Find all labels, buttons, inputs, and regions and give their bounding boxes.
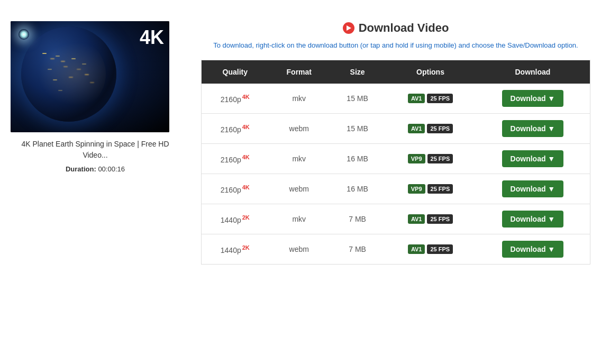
options-cell: VP925 FPS — [385, 174, 476, 204]
size-cell: 15 MB — [330, 84, 385, 114]
video-duration: Duration: 00:00:16 — [11, 165, 180, 173]
download-cell: Download ▼ — [476, 174, 590, 204]
options-cell: AV125 FPS — [385, 84, 476, 114]
quality-cell: 2160p4K — [202, 114, 269, 144]
table-row: 1440p2Kmkv7 MBAV125 FPSDownload ▼ — [202, 204, 590, 234]
options-cell: AV125 FPS — [385, 204, 476, 234]
duration-value: 00:00:16 — [98, 165, 125, 173]
quality-badge: 4K — [242, 94, 250, 100]
section-title-text: Download Video — [359, 21, 449, 35]
download-cell: Download ▼ — [476, 234, 590, 265]
download-button[interactable]: Download ▼ — [502, 90, 564, 107]
fps-badge: 25 FPS — [427, 214, 453, 224]
format-cell: mkv — [269, 204, 330, 234]
table-row: 2160p4Kmkv15 MBAV125 FPSDownload ▼ — [202, 84, 590, 114]
fps-badge: 25 FPS — [427, 184, 453, 194]
quality-value: 2160p — [221, 95, 241, 103]
video-title: 4K Planet Earth Spinning in Space | Free… — [11, 139, 180, 161]
right-panel: Download Video To download, right-click … — [201, 21, 590, 265]
download-cell: Download ▼ — [476, 204, 590, 234]
codec-badge: AV1 — [408, 244, 425, 254]
format-cell: webm — [269, 114, 330, 144]
instruction-text: To download, right-click on the download… — [201, 41, 590, 49]
size-cell: 7 MB — [330, 234, 385, 265]
play-icon — [343, 22, 354, 34]
codec-badge: VP9 — [408, 184, 425, 194]
size-cell: 15 MB — [330, 114, 385, 144]
col-download: Download — [476, 60, 590, 84]
quality-cell: 2160p4K — [202, 84, 269, 114]
codec-badge: AV1 — [408, 124, 425, 133]
download-table: Quality Format Size Options Download 216… — [201, 60, 590, 265]
left-panel: 4K 4K Planet Earth Spinning in Space | F… — [11, 21, 180, 265]
format-cell: mkv — [269, 144, 330, 174]
4k-badge: 4K — [140, 26, 164, 49]
table-header: Quality Format Size Options Download — [202, 60, 590, 84]
options-cell: AV125 FPS — [385, 114, 476, 144]
download-cell: Download ▼ — [476, 114, 590, 144]
quality-value: 1440p — [221, 245, 241, 254]
format-cell: mkv — [269, 84, 330, 114]
quality-value: 2160p — [221, 185, 241, 194]
size-cell: 16 MB — [330, 174, 385, 204]
download-button[interactable]: Download ▼ — [502, 150, 564, 167]
fps-badge: 25 FPS — [427, 154, 453, 163]
codec-badge: AV1 — [408, 214, 425, 224]
format-cell: webm — [269, 174, 330, 204]
video-thumbnail: 4K — [11, 21, 169, 132]
fps-badge: 25 FPS — [427, 94, 453, 103]
download-cell: Download ▼ — [476, 84, 590, 114]
size-cell: 16 MB — [330, 144, 385, 174]
table-row: 1440p2Kwebm7 MBAV125 FPSDownload ▼ — [202, 234, 590, 265]
quality-badge: 4K — [242, 154, 250, 160]
quality-cell: 1440p2K — [202, 204, 269, 234]
size-cell: 7 MB — [330, 204, 385, 234]
fps-badge: 25 FPS — [427, 244, 453, 254]
col-quality: Quality — [202, 60, 269, 84]
quality-value: 2160p — [221, 125, 241, 133]
quality-cell: 1440p2K — [202, 234, 269, 265]
quality-badge: 2K — [242, 244, 250, 251]
col-size: Size — [330, 60, 385, 84]
quality-cell: 2160p4K — [202, 174, 269, 204]
col-options: Options — [385, 60, 476, 84]
download-button[interactable]: Download ▼ — [502, 241, 564, 258]
quality-badge: 2K — [242, 214, 250, 221]
table-body: 2160p4Kmkv15 MBAV125 FPSDownload ▼2160p4… — [202, 84, 590, 265]
options-cell: AV125 FPS — [385, 234, 476, 265]
quality-value: 1440p — [221, 215, 241, 224]
fps-badge: 25 FPS — [427, 124, 453, 133]
quality-badge: 4K — [242, 124, 250, 130]
col-format: Format — [269, 60, 330, 84]
quality-badge: 4K — [242, 184, 250, 190]
table-row: 2160p4Kwebm15 MBAV125 FPSDownload ▼ — [202, 114, 590, 144]
section-title: Download Video — [201, 21, 590, 35]
table-row: 2160p4Kmkv16 MBVP925 FPSDownload ▼ — [202, 144, 590, 174]
download-cell: Download ▼ — [476, 144, 590, 174]
quality-value: 2160p — [221, 155, 241, 163]
download-button[interactable]: Download ▼ — [502, 120, 564, 137]
download-button[interactable]: Download ▼ — [502, 211, 564, 228]
codec-badge: AV1 — [408, 94, 425, 103]
quality-cell: 2160p4K — [202, 144, 269, 174]
download-button[interactable]: Download ▼ — [502, 180, 564, 197]
duration-label: Duration: — [66, 165, 96, 173]
codec-badge: VP9 — [408, 154, 425, 163]
table-row: 2160p4Kwebm16 MBVP925 FPSDownload ▼ — [202, 174, 590, 204]
options-cell: VP925 FPS — [385, 144, 476, 174]
format-cell: webm — [269, 234, 330, 265]
